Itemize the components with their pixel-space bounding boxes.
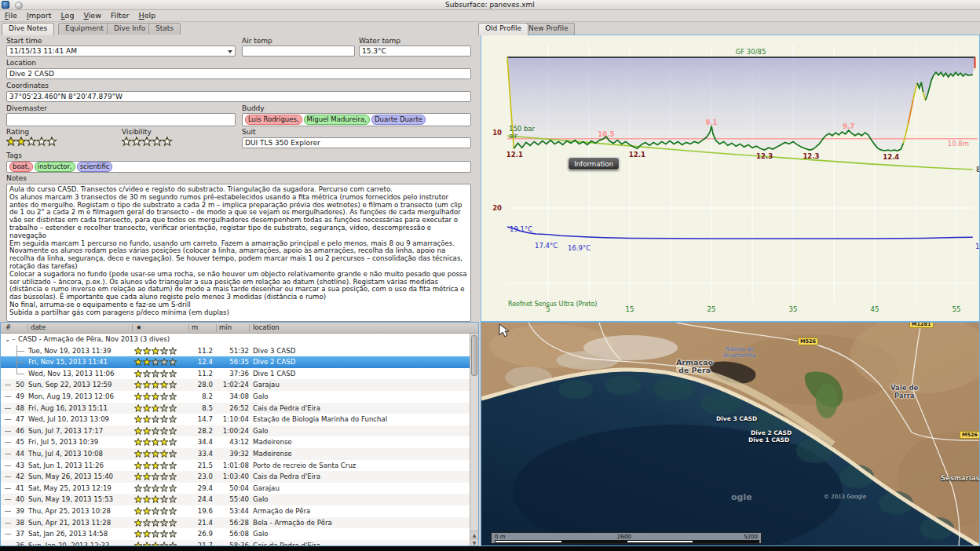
tags-input[interactable]: boat,instructor,scientific: [6, 161, 471, 173]
dive-number: 48: [2, 403, 24, 414]
dive-site-map[interactable]: Armação de PêraVale de ParraRibeira de A…: [481, 322, 980, 546]
table-row[interactable]: 37Sat, Jan 26, 2013 14:5826.956:08Galo: [1, 528, 470, 540]
menu-filter[interactable]: Filter: [106, 10, 134, 22]
table-row[interactable]: 49Mon, Aug 19, 2013 12:068.234:08Galo: [1, 391, 470, 403]
dive-date: Sun, Sep 22, 2013 12:59: [28, 379, 112, 391]
column-header-0[interactable]: #: [5, 323, 11, 331]
rating-stars[interactable]: [6, 137, 57, 147]
svg-text:15: 15: [626, 305, 634, 313]
tab-old-profile[interactable]: Old Profile: [478, 23, 528, 35]
column-separator[interactable]: [132, 324, 133, 332]
table-row[interactable]: Wed, Nov 13, 2013 11:0611.237:36Dive 1 C…: [1, 368, 470, 380]
pill-miguel-madureira[interactable]: Miguel Madureira,: [304, 115, 370, 125]
water-temp-input[interactable]: 15.3°C: [359, 46, 471, 57]
window-titlebar[interactable]: Subsurface: paneves.xml: [0, 0, 980, 10]
table-row[interactable]: 36Sun, Jan 20, 2013 12:3321.758:36Cais d…: [1, 540, 470, 546]
menu-help[interactable]: Help: [134, 10, 161, 22]
pill-scientific[interactable]: scientific: [77, 162, 113, 172]
tab-dive-notes[interactable]: Dive Notes: [2, 23, 54, 35]
table-row[interactable]: 47Wed, Jul 10, 2013 13:0914.71:10:04Esta…: [1, 414, 470, 425]
dive-duration: 58:36: [214, 540, 249, 546]
dive-duration: 26:52: [214, 403, 249, 414]
column-header-5[interactable]: location: [253, 323, 280, 331]
tab-new-profile[interactable]: New Profile: [521, 23, 575, 35]
tab-stats[interactable]: Stats: [148, 23, 181, 35]
menu-view[interactable]: View: [79, 10, 106, 22]
buddy-input[interactable]: Luis Rodrigues,Miguel Madureira,Duarte D…: [242, 113, 471, 126]
window-menu-icon[interactable]: [15, 2, 23, 9]
menu-import[interactable]: Import: [22, 10, 57, 22]
start-time-combobox[interactable]: 11/15/13 11:41 AM: [6, 46, 236, 57]
scroll-down-icon[interactable]: ▼: [470, 538, 478, 546]
dive-list: ⌄–CASD - Armação de Pêra, Nov 2013 (3 di…: [1, 334, 470, 546]
menu-file[interactable]: File: [0, 10, 22, 22]
coordinates-input[interactable]: 37°05'23.460"N 8°20'47.879"W: [6, 91, 471, 102]
dive-number: 43: [2, 460, 24, 472]
coordinates-value: 37°05'23.460"N 8°20'47.879"W: [9, 93, 122, 100]
svg-text:GF 30/85: GF 30/85: [736, 48, 766, 56]
scale-segments: [495, 540, 759, 543]
dive-depth: 21.7: [175, 540, 213, 546]
column-header-4[interactable]: min: [219, 323, 232, 331]
table-row[interactable]: 45Fri, Jul 5, 2013 10:3934.443:12Madeire…: [1, 436, 470, 448]
trip-row[interactable]: ⌄–CASD - Armação de Pêra, Nov 2013 (3 di…: [1, 334, 470, 345]
information-button[interactable]: Information: [568, 157, 620, 170]
column-header-2[interactable]: ★: [136, 323, 142, 331]
dive-list-scrollbar[interactable]: ▲ ▼: [470, 334, 478, 546]
dive-duration: 1:10:04: [214, 414, 249, 425]
dive-date: Fri, Jul 5, 2013 10:39: [28, 436, 98, 448]
table-row[interactable]: 48Fri, Aug 16, 2013 15:118.526:52Cais da…: [1, 403, 470, 414]
table-row[interactable]: Tue, Nov 19, 2013 11:3911.251:32Dive 3 C…: [1, 345, 470, 357]
table-row[interactable]: 44Thu, Jul 4, 2013 10:0833.439:32Madeire…: [1, 448, 470, 460]
pill-instructor[interactable]: instructor,: [35, 162, 75, 172]
menu-log[interactable]: Log: [56, 10, 79, 22]
scroll-up-icon[interactable]: ▲: [470, 531, 478, 538]
dive-number: 37: [2, 528, 24, 540]
svg-text:air: air: [509, 132, 518, 140]
location-input[interactable]: Dive 2 CASD: [6, 68, 471, 79]
visibility-stars[interactable]: [122, 137, 173, 147]
table-row[interactable]: 42Sun, May 26, 2013 15:4023.01:03:40Cais…: [1, 471, 470, 483]
pill-luis-rodrigues[interactable]: Luis Rodrigues,: [245, 115, 302, 125]
dive-list-header[interactable]: #date★mminlocation: [1, 323, 478, 334]
pill-duarte-duarte[interactable]: Duarte Duarte: [371, 115, 426, 125]
dive-date: Sun, Jul 7, 2013 17:17: [28, 425, 103, 437]
column-header-3[interactable]: m: [192, 323, 198, 331]
svg-text:55: 55: [953, 305, 961, 313]
table-row[interactable]: 39Thu, Apr 25, 2013 10:2819.653:44Armaçã…: [1, 505, 470, 517]
expander-icon[interactable]: ⌄: [5, 334, 10, 345]
suit-input[interactable]: DUI TLS 350 Explorer: [242, 137, 471, 148]
dive-duration: 56:08: [214, 528, 249, 540]
pill-boat[interactable]: boat,: [9, 162, 33, 172]
column-separator[interactable]: [188, 324, 189, 332]
dive-site-marker[interactable]: Dive 2 CASD: [751, 430, 792, 436]
table-row[interactable]: 46Sun, Jul 7, 2013 17:1728.21:00:24Galo: [1, 425, 470, 437]
scrollbar-thumb[interactable]: [471, 335, 477, 376]
tab-equipment[interactable]: Equipment: [58, 23, 111, 35]
dive-date: Thu, Jul 4, 2013 10:08: [28, 448, 103, 460]
table-row[interactable]: Fri, Nov 15, 2013 11:4112.456:35Dive 2 C…: [1, 356, 470, 368]
dive-site-marker[interactable]: Dive 3 CASD: [716, 416, 757, 422]
dive-duration: 55:40: [214, 494, 249, 505]
scale-zero: 0 m: [495, 534, 506, 540]
dive-profile-chart: 10.8m19.1°C17.4°C16.9°C16.8°C12.110.512.…: [481, 35, 979, 321]
table-row[interactable]: 50Sun, Sep 22, 2013 12:5928.01:02:24Gara…: [1, 379, 470, 391]
column-header-1[interactable]: date: [31, 323, 46, 331]
chevron-down-icon: [228, 50, 232, 53]
table-row[interactable]: 40Sun, May 19, 2013 15:5324.455:40Galo: [1, 494, 470, 505]
column-separator[interactable]: [27, 324, 28, 332]
dive-location: Garajau: [253, 483, 280, 494]
map-copyright: © 2013 Google: [824, 494, 866, 500]
map-place-label: Vale de Parra: [890, 384, 918, 400]
air-temp-input[interactable]: [242, 46, 355, 57]
column-separator[interactable]: [216, 324, 217, 332]
divemaster-input[interactable]: [6, 113, 236, 126]
dive-site-marker[interactable]: Dive 1 CASD: [748, 437, 789, 443]
table-row[interactable]: 41Sat, May 25, 2013 12:1929.450:04Garaja…: [1, 483, 470, 494]
column-separator[interactable]: [249, 324, 250, 332]
dive-date: Sat, May 25, 2013 12:19: [28, 483, 112, 494]
tab-dive-info[interactable]: Dive Info: [107, 23, 152, 35]
table-row[interactable]: 43Sat, Jun 1, 2013 11:2621.51:01:08Porto…: [1, 460, 470, 472]
notes-textarea[interactable]: Aula do curso CASD. Transectos c/video e…: [6, 184, 471, 322]
table-row[interactable]: 38Sun, Apr 21, 2013 11:2821.456:28Bela -…: [1, 517, 470, 529]
